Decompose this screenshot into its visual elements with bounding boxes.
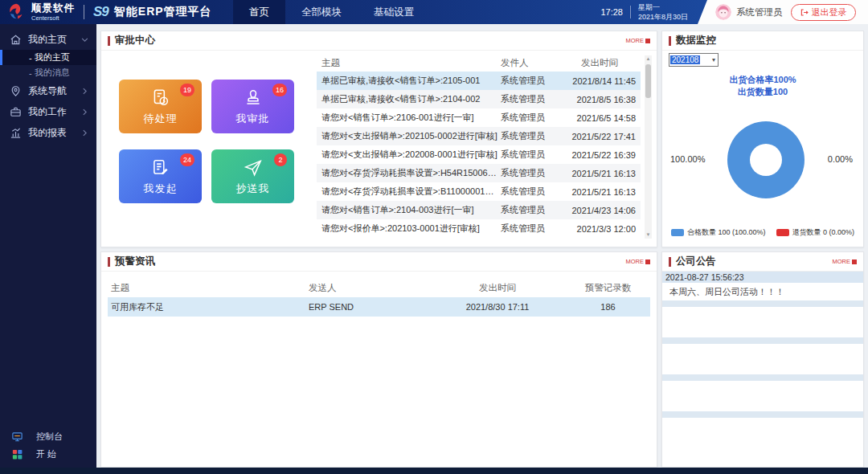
donut-right-label: 0.00% bbox=[828, 154, 853, 164]
table-row[interactable]: 请您对<销售订单>:2106-001进行[一审] 系统管理员 2021/6/5 … bbox=[317, 108, 641, 127]
legend-label: 合格数量 100 (100.00%) bbox=[687, 227, 766, 238]
row-sender: 系统管理员 bbox=[501, 204, 563, 216]
title-accent-bar bbox=[669, 36, 671, 46]
title-accent-bar bbox=[669, 257, 671, 267]
row-subject: 请您对<支出报销单>:202008-0001进行[审核] bbox=[317, 149, 501, 161]
table-row[interactable]: 单据已审核,请接收<销售订单>:2105-001 系统管理员 2021/8/14… bbox=[317, 72, 641, 90]
row-time: 2021/5/22 17:41 bbox=[563, 132, 641, 141]
sidebar-item-label: 我的消息 bbox=[35, 67, 70, 79]
period-select[interactable]: 202108 ▾ bbox=[669, 53, 719, 67]
table-row[interactable]: 请您对<销售订单>:2104-003进行[一审] 系统管理员 2021/4/23… bbox=[317, 201, 641, 219]
row-subject: 单据已审核,请接收<销售订单>:2105-001 bbox=[317, 75, 501, 87]
top-navigation: 首页 全部模块 基础设置 bbox=[233, 0, 430, 24]
more-icon bbox=[852, 259, 857, 264]
legend-label: 退货数量 0 (0.00%) bbox=[792, 227, 855, 238]
approval-center-panel: 审批中心 MORE 19 待处理 16 我审批 bbox=[100, 31, 657, 247]
sidebar-item-my-messages[interactable]: 我的消息 bbox=[0, 65, 96, 80]
console-label: 控制台 bbox=[36, 431, 63, 443]
col-time: 发出时间 bbox=[563, 57, 641, 69]
col-record-count: 预警记录数 bbox=[566, 282, 650, 294]
sidebar-item-my-home[interactable]: 我的主页 bbox=[0, 50, 96, 65]
row-sender: 系统管理员 bbox=[501, 75, 563, 87]
row-sender: 系统管理员 bbox=[501, 130, 563, 142]
console-button[interactable]: 控制台 bbox=[0, 427, 96, 445]
tile-my-approvals[interactable]: 16 我审批 bbox=[211, 80, 294, 133]
panel-header: 预警资讯 MORE bbox=[101, 252, 657, 272]
stamp-icon bbox=[243, 88, 264, 108]
pending-count-badge: 19 bbox=[180, 84, 194, 96]
panel-title: 审批中心 bbox=[115, 34, 155, 47]
row-sender: 系统管理员 bbox=[501, 186, 563, 198]
monitor-icon bbox=[11, 431, 23, 443]
table-row[interactable]: 请您对<存货浮动耗损率设置>:H54R15006002进行[审核] 系统管理员 … bbox=[317, 164, 641, 182]
notice-empty-slot bbox=[662, 418, 863, 448]
row-sender: ERP SEND bbox=[309, 302, 429, 312]
panel-title: 数据监控 bbox=[676, 34, 716, 47]
donut-left-label: 100.00% bbox=[670, 154, 705, 164]
scroll-up-icon[interactable]: ▲ bbox=[645, 55, 652, 63]
more-link[interactable]: MORE bbox=[626, 258, 651, 265]
brand-block: 顺景软件 Centersoft bbox=[31, 3, 75, 21]
notice-content[interactable]: 本周六、周日公司活动！！！ bbox=[662, 283, 863, 300]
more-link[interactable]: MORE bbox=[833, 258, 858, 265]
table-row[interactable]: 请您对<报价单>:202103-0001进行[审核] 系统管理员 2021/3/… bbox=[317, 219, 641, 238]
nav-home[interactable]: 首页 bbox=[233, 0, 285, 24]
tile-cc-to-me[interactable]: 2 抄送我 bbox=[211, 149, 294, 203]
avatar[interactable] bbox=[715, 4, 731, 20]
row-time: 2021/4/23 14:06 bbox=[563, 206, 641, 215]
table-row[interactable]: 请您对<支出报销单>:202008-0001进行[审核] 系统管理员 2021/… bbox=[317, 145, 641, 164]
pass-rate-headline: 出货合格率100% bbox=[662, 74, 863, 86]
table-row[interactable]: 可用库存不足 ERP SEND 2021/8/30 17:11 186 bbox=[108, 297, 650, 317]
chevron-right-icon bbox=[81, 108, 88, 116]
row-time: 2021/8/30 17:11 bbox=[429, 302, 566, 312]
logout-label: 退出登录 bbox=[812, 6, 847, 18]
row-subject: 请您对<存货浮动耗损率设置>:B11000001进行[审核] bbox=[317, 186, 501, 198]
sidebar: 我的主页 我的主页 我的消息 系统导航 我的工作 我的报表 bbox=[0, 24, 96, 468]
start-button[interactable]: 开 始 bbox=[0, 445, 96, 463]
table-scrollbar[interactable]: ▲ ▼ bbox=[645, 55, 652, 239]
row-time: 2021/5/21 16:13 bbox=[563, 187, 641, 197]
sidebar-group-my-work[interactable]: 我的工作 bbox=[0, 101, 96, 122]
more-link[interactable]: MORE bbox=[626, 37, 651, 44]
scrollbar-thumb[interactable] bbox=[645, 64, 651, 98]
notice-date: 2021-08-27 15:56:23 bbox=[662, 272, 863, 283]
scroll-down-icon[interactable]: ▼ bbox=[645, 231, 652, 239]
table-row[interactable]: 请您对<存货浮动耗损率设置>:B11000001进行[审核] 系统管理员 202… bbox=[317, 182, 641, 201]
row-subject: 单据已审核,请接收<销售订单>:2104-002 bbox=[317, 93, 501, 105]
sidebar-group-system-nav[interactable]: 系统导航 bbox=[0, 80, 96, 101]
tile-pending[interactable]: 19 待处理 bbox=[119, 80, 202, 133]
row-sender: 系统管理员 bbox=[501, 112, 563, 124]
logo-swirl-icon bbox=[6, 2, 26, 22]
approval-table: 主题 发件人 发出时间 单据已审核,请接收<销售订单>:2105-001 系统管… bbox=[317, 54, 641, 238]
company-notice-panel: 公司公告 MORE 2021-08-27 15:56:23 本周六、周日公司活动… bbox=[661, 251, 864, 468]
row-subject: 请您对<支出报销单>:202105-0002进行[审核] bbox=[317, 130, 501, 142]
sidebar-group-label: 我的工作 bbox=[28, 105, 67, 119]
table-row[interactable]: 请您对<支出报销单>:202105-0002进行[审核] 系统管理员 2021/… bbox=[317, 127, 641, 145]
approval-tiles: 19 待处理 16 我审批 24 bbox=[119, 80, 294, 203]
chevron-down-icon bbox=[81, 36, 88, 43]
sidebar-group-label: 我的报表 bbox=[28, 126, 67, 140]
user-area: 系统管理员 退出登录 bbox=[698, 0, 868, 24]
title-accent-bar bbox=[108, 36, 110, 46]
nav-all-modules[interactable]: 全部模块 bbox=[285, 0, 358, 24]
erp-dashboard: 顺景软件 Centersoft S9 智能ERP管理平台 首页 全部模块 基础设… bbox=[0, 0, 868, 474]
logout-button[interactable]: 退出登录 bbox=[791, 4, 856, 21]
table-header: 主题 发件人 发出时间 bbox=[317, 54, 641, 72]
notice-empty-slot bbox=[662, 307, 863, 337]
chevron-right-icon bbox=[81, 88, 88, 95]
app-logo[interactable]: 顺景软件 Centersoft S9 智能ERP管理平台 bbox=[6, 0, 212, 24]
chart-legend: 合格数量 100 (100.00%) 退货数量 0 (0.00%) bbox=[662, 227, 863, 238]
data-monitor-panel: 数据监控 202108 ▾ 出货合格率100% 出货数量100 100.00% … bbox=[661, 31, 864, 247]
sidebar-group-my-home[interactable]: 我的主页 bbox=[0, 29, 96, 50]
sidebar-group-my-reports[interactable]: 我的报表 bbox=[0, 122, 96, 143]
tile-label: 抄送我 bbox=[236, 182, 270, 196]
tile-initiated-by-me[interactable]: 24 我发起 bbox=[119, 149, 202, 203]
donut-chart bbox=[727, 121, 805, 198]
row-subject: 可用库存不足 bbox=[108, 301, 309, 313]
bar-chart-icon bbox=[10, 127, 22, 139]
location-pin-icon bbox=[10, 85, 22, 97]
table-row[interactable]: 单据已审核,请接收<销售订单>:2104-002 系统管理员 2021/8/5 … bbox=[317, 90, 641, 108]
nav-base-settings[interactable]: 基础设置 bbox=[358, 0, 430, 24]
start-grid-icon bbox=[11, 448, 23, 460]
clock-divider bbox=[630, 6, 631, 18]
